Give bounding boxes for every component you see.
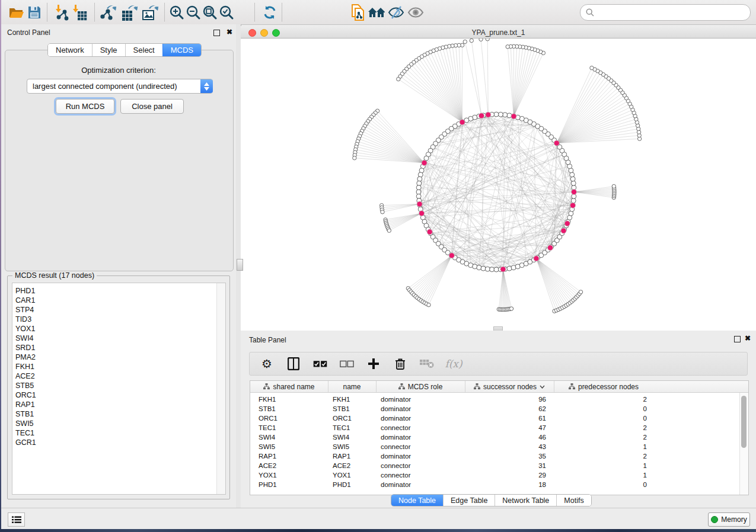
mcds-result-item[interactable]: TID3: [12, 315, 225, 324]
network-hub-node[interactable]: [554, 140, 559, 146]
network-node[interactable]: [416, 194, 421, 198]
import-network-button[interactable]: [53, 4, 71, 21]
table-row[interactable]: YOX1YOX1connector291: [250, 470, 740, 480]
mcds-result-item[interactable]: STP4: [12, 305, 225, 315]
mcds-result-list[interactable]: PHD1CAR1STP4TID3YOX1SWI4SRD1PMA2FKH1ACE2…: [12, 283, 226, 495]
network-leaf-node[interactable]: [486, 39, 489, 41]
network-leaf-node[interactable]: [612, 184, 615, 188]
network-leaf-node[interactable]: [463, 40, 467, 43]
mcds-result-item[interactable]: PMA2: [12, 352, 225, 362]
network-hub-node[interactable]: [460, 120, 465, 125]
network-leaf-node[interactable]: [387, 229, 391, 232]
export-image-button[interactable]: [141, 4, 159, 21]
network-hub-node[interactable]: [479, 113, 484, 118]
network-node[interactable]: [498, 112, 503, 117]
network-hub-node[interactable]: [571, 189, 576, 194]
table-settings-button[interactable]: ⚙: [260, 357, 274, 371]
tab-node-table[interactable]: Node Table: [391, 495, 443, 506]
mcds-result-item[interactable]: RAP1: [12, 400, 225, 409]
network-node[interactable]: [570, 177, 575, 181]
network-node[interactable]: [417, 181, 422, 185]
hide-selected-button[interactable]: [387, 4, 405, 21]
function-builder-button[interactable]: f(x): [446, 357, 461, 371]
mcds-result-item[interactable]: ORC1: [12, 390, 225, 400]
mcds-result-item[interactable]: PHD1: [12, 286, 225, 296]
network-node[interactable]: [417, 177, 422, 181]
open-session-button[interactable]: [7, 4, 25, 21]
mcds-result-item[interactable]: SWI5: [12, 419, 225, 428]
column-header-predecessor-nodes[interactable]: predecessor nodes: [554, 381, 653, 392]
list-scrollbar[interactable]: [216, 283, 225, 494]
delete-column-button[interactable]: [393, 357, 407, 371]
network-leaf-node[interactable]: [427, 303, 430, 306]
network-leaf-node[interactable]: [381, 210, 384, 214]
mcds-result-item[interactable]: SWI4: [12, 334, 225, 343]
tab-mcds[interactable]: MCDS: [162, 44, 201, 56]
table-row[interactable]: RAP1RAP1dominator352: [250, 451, 740, 461]
scrollbar-thumb[interactable]: [741, 396, 747, 448]
network-hub-node[interactable]: [419, 211, 424, 216]
export-network-button[interactable]: [100, 4, 117, 21]
network-node[interactable]: [416, 185, 421, 190]
tab-select[interactable]: Select: [125, 44, 162, 56]
network-leaf-node[interactable]: [353, 156, 356, 159]
network-hub-node[interactable]: [511, 114, 516, 119]
column-header-mcds-role[interactable]: MCDS role: [376, 381, 465, 392]
network-node[interactable]: [418, 172, 423, 177]
tab-style[interactable]: Style: [92, 44, 125, 56]
network-node[interactable]: [477, 265, 481, 270]
mcds-result-item[interactable]: STB1: [12, 409, 225, 419]
network-leaf-node[interactable]: [509, 307, 513, 310]
add-column-button[interactable]: [366, 357, 381, 371]
mcds-result-item[interactable]: YOX1: [12, 324, 225, 334]
column-layout-button[interactable]: [286, 357, 301, 371]
table-scrollbar[interactable]: [739, 393, 748, 495]
zoom-out-button[interactable]: [184, 4, 202, 21]
zoom-selected-button[interactable]: [218, 4, 235, 21]
mcds-result-item[interactable]: STB5: [12, 381, 225, 390]
network-canvas[interactable]: [241, 39, 756, 331]
select-all-button[interactable]: [313, 357, 327, 371]
network-hub-node[interactable]: [570, 203, 575, 208]
network-hub-node[interactable]: [534, 256, 539, 261]
table-row[interactable]: SWI5SWI5connector431: [250, 442, 740, 451]
column-header-name[interactable]: name: [328, 381, 377, 392]
memory-button[interactable]: Memory: [708, 512, 750, 527]
export-table-button[interactable]: [120, 4, 138, 21]
mcds-result-item[interactable]: ACE2: [12, 371, 225, 381]
float-table-panel-icon[interactable]: [734, 336, 741, 342]
splitter-handle[interactable]: [237, 259, 243, 271]
network-hub-node[interactable]: [547, 245, 553, 251]
mcds-result-item[interactable]: GCR1: [12, 438, 225, 447]
delete-table-button[interactable]: [420, 357, 434, 371]
deselect-all-button[interactable]: [340, 357, 354, 371]
network-graph[interactable]: [241, 39, 756, 331]
column-header-shared-name[interactable]: shared name: [250, 381, 328, 392]
network-hub-node[interactable]: [427, 229, 432, 235]
close-panel-icon[interactable]: ✖: [227, 28, 232, 36]
clone-network-button[interactable]: [349, 4, 366, 21]
network-node[interactable]: [494, 112, 499, 117]
table-row[interactable]: ORC1ORC1dominator610: [250, 414, 740, 423]
table-row[interactable]: ACE2ACE2connector311: [250, 461, 740, 470]
network-node[interactable]: [490, 267, 495, 272]
network-hub-node[interactable]: [500, 267, 506, 272]
search-input[interactable]: [598, 6, 750, 19]
zoom-fit-button[interactable]: [201, 4, 219, 21]
network-node[interactable]: [571, 198, 576, 203]
optimization-criterion-select[interactable]: largest connected component (undirected): [27, 79, 213, 94]
save-session-button[interactable]: [25, 4, 43, 21]
network-leaf-node[interactable]: [479, 39, 483, 41]
network-node[interactable]: [503, 113, 508, 117]
task-history-button[interactable]: [8, 512, 25, 527]
mcds-result-item[interactable]: FKH1: [12, 362, 225, 371]
tab-edge-table[interactable]: Edge Table: [443, 495, 495, 506]
network-node[interactable]: [571, 181, 576, 185]
network-hub-node[interactable]: [561, 228, 566, 233]
network-hub-node[interactable]: [564, 221, 570, 226]
network-leaf-node[interactable]: [590, 66, 594, 69]
network-hub-node[interactable]: [486, 112, 491, 117]
network-leaf-node[interactable]: [470, 39, 473, 42]
network-node[interactable]: [481, 266, 486, 271]
network-leaf-node[interactable]: [506, 45, 509, 49]
